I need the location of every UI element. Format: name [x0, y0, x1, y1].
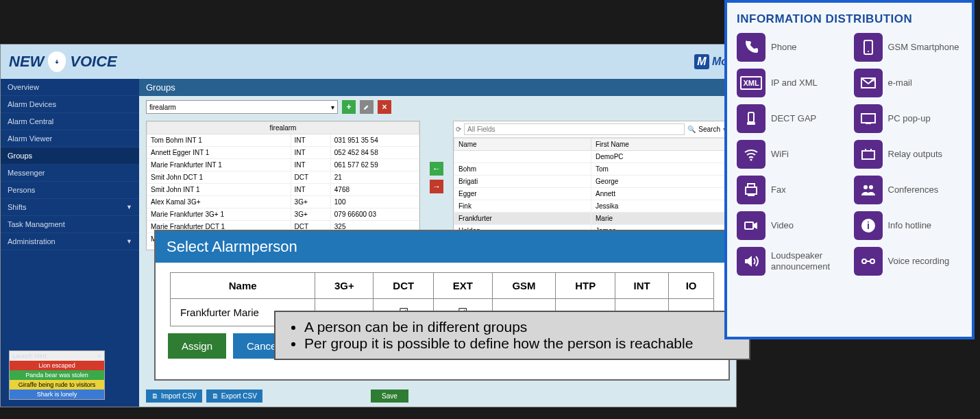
svg-point-8 [750, 159, 752, 161]
info-label: e-mail [888, 77, 912, 88]
logo-text-new: NEW [9, 53, 44, 71]
info-label: Phone [771, 42, 797, 53]
chevron-down-icon: ▼ [126, 238, 132, 245]
fax-icon [737, 176, 765, 204]
group-select[interactable]: firealarm ▾ [146, 100, 338, 114]
assign-button[interactable]: Assign [168, 333, 226, 359]
brand-right: M Mo [694, 54, 728, 69]
modal-col: DCT [373, 273, 434, 299]
info-label: Conferences [888, 184, 939, 195]
svg-rect-9 [862, 151, 874, 159]
info-item-infohotline: iInfo hotline [854, 211, 963, 240]
table-row[interactable]: FrankfurterMarie [454, 213, 728, 225]
save-button[interactable]: Save [371, 390, 408, 403]
launch-alert-row[interactable]: Lion escaped [10, 361, 104, 370]
edit-group-button[interactable] [360, 100, 373, 114]
table-row[interactable]: Annett Egger INT 1INT052 452 84 58 [147, 147, 419, 159]
info-label: DECT GAP [771, 113, 816, 124]
table-row[interactable]: DemoPC [454, 151, 728, 163]
infohotline-icon: i [854, 211, 883, 240]
table-row[interactable]: Smit John INT 1INT4768 [147, 184, 419, 196]
export-csv-button[interactable]: 🗎 Export CSV [206, 390, 262, 403]
info-item-popup: PC pop-up [854, 104, 963, 133]
svg-rect-7 [866, 123, 871, 124]
refresh-icon[interactable]: ⟳ [456, 125, 461, 133]
members-table-header: firealarm [147, 122, 419, 134]
sidebar-item-shifts[interactable]: Shifts▼ [1, 199, 139, 216]
svg-rect-6 [861, 114, 875, 123]
sidebar-item-administration[interactable]: Administration▼ [1, 233, 139, 250]
table-row[interactable]: Alex Kamal 3G+3G+100 [147, 196, 419, 208]
sidebar-item-alarm-central[interactable]: Alarm Central [1, 113, 139, 130]
footer-buttons: 🗎 Import CSV 🗎 Export CSV [146, 390, 262, 403]
popup-icon [854, 104, 883, 133]
info-label: WiFi [771, 149, 789, 160]
launch-alert-title: Launch Alert [12, 352, 47, 359]
file-icon: 🗎 [212, 392, 219, 400]
sidebar-item-alarm-devices[interactable]: Alarm Devices [1, 96, 139, 113]
table-row[interactable]: FinkJessika [454, 200, 728, 213]
modal-col: 3G+ [315, 273, 373, 299]
move-right-button[interactable]: → [430, 180, 443, 193]
sidebar-item-persons[interactable]: Persons [1, 182, 139, 199]
modal-col: HTP [556, 273, 615, 299]
table-row[interactable]: BohmTom [454, 163, 728, 176]
sidebar-item-task-managment[interactable]: Task Managment [1, 216, 139, 233]
launch-alert-row[interactable]: Shark is lonely [10, 390, 104, 399]
table-row[interactable]: Tom Bohm INT 1INT031 951 35 54 [147, 134, 419, 147]
add-group-button[interactable]: + [342, 100, 356, 114]
info-item-voicerec: Voice recording [854, 247, 963, 276]
info-item-video: Video [737, 211, 846, 240]
brand-m-icon: M [694, 54, 709, 69]
delete-group-button[interactable]: × [378, 100, 391, 114]
info-item-relay: Relay outputs [854, 140, 963, 169]
voicerec-icon [854, 247, 883, 276]
svg-text:i: i [867, 220, 870, 231]
sidebar: OverviewAlarm DevicesAlarm CentralAlarm … [1, 79, 139, 407]
launch-alert-row[interactable]: Panda bear was stolen [10, 370, 104, 380]
col-name[interactable]: Name [454, 139, 591, 151]
info-label: Video [771, 220, 794, 231]
search-input[interactable] [464, 123, 685, 135]
explanation-callout: A person can be in different groups Per … [274, 311, 750, 360]
launch-alert-row[interactable]: Giraffe being rude to visitors [10, 380, 104, 390]
info-label: GSM Smartphone [888, 42, 959, 53]
info-item-wifi: WiFi [737, 140, 846, 169]
sidebar-item-overview[interactable]: Overview [1, 79, 139, 96]
info-title: INFORMATION DISTRIBUTION [737, 12, 962, 26]
info-label: PC pop-up [888, 113, 931, 124]
table-row[interactable]: Marie Frankfurter INT 1INT061 577 62 59 [147, 159, 419, 171]
table-row[interactable]: Smit John DCT 1DCT21 [147, 171, 419, 184]
xml-icon: XML [737, 69, 765, 97]
table-row[interactable]: Marie Frankfurter 3G+ 13G+079 66600 03 [147, 208, 419, 221]
move-left-button[interactable]: ← [430, 162, 443, 176]
svg-rect-15 [745, 222, 753, 229]
info-distribution-panel: INFORMATION DISTRIBUTION PhoneGSM Smartp… [724, 0, 975, 339]
loudspeaker-icon [737, 247, 765, 276]
page-title: Groups [139, 79, 736, 96]
sidebar-item-alarm-viewer[interactable]: Alarm Viewer [1, 130, 139, 147]
import-csv-button[interactable]: 🗎 Import CSV [146, 390, 202, 403]
svg-point-13 [863, 185, 868, 189]
logo-text-voice: VOICE [70, 53, 117, 71]
close-icon[interactable]: × [98, 352, 101, 359]
launch-alert-widget: Launch Alert × Lion escapedPanda bear wa… [9, 350, 105, 400]
svg-rect-11 [748, 184, 755, 187]
file-icon: 🗎 [151, 392, 158, 400]
info-item-loudspeaker: Loudspeaker announcement [737, 247, 846, 276]
sidebar-item-groups[interactable]: Groups [1, 147, 139, 165]
modal-col: Name [170, 273, 315, 299]
shield-icon [48, 51, 66, 72]
email-icon: @ [854, 69, 883, 97]
search-glass-icon[interactable]: 🔍 [687, 125, 696, 133]
col-firstname[interactable]: First Name [591, 139, 728, 151]
table-row[interactable]: BrigatiGeorge [454, 176, 728, 188]
info-label: Loudspeaker announcement [771, 250, 846, 272]
wifi-icon [737, 140, 765, 169]
svg-rect-12 [748, 194, 755, 196]
search-button[interactable]: Search [698, 125, 720, 133]
chevron-down-icon: ▼ [126, 204, 132, 211]
table-row[interactable]: EggerAnnett [454, 188, 728, 200]
sidebar-item-messenger[interactable]: Messenger [1, 165, 139, 182]
modal-col: INT [615, 273, 669, 299]
